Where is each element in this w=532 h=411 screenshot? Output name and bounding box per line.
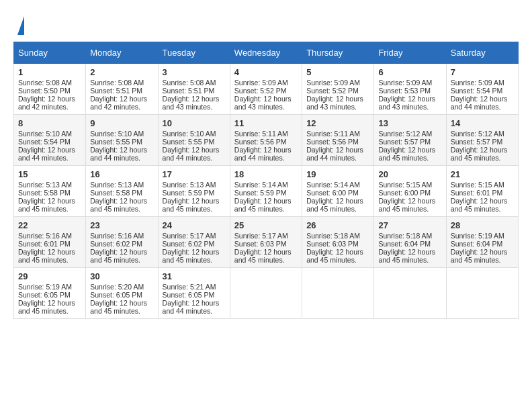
day-info: and 44 minutes. bbox=[234, 154, 298, 162]
day-info: Sunset: 6:05 PM bbox=[163, 291, 226, 299]
day-info: Daylight: 12 hours bbox=[163, 95, 226, 103]
calendar-cell: 31Sunrise: 5:21 AMSunset: 6:05 PMDayligh… bbox=[158, 268, 230, 319]
day-info: Sunrise: 5:12 AM bbox=[451, 130, 514, 138]
day-number: 18 bbox=[234, 169, 298, 179]
calendar-cell: 30Sunrise: 5:20 AMSunset: 6:05 PMDayligh… bbox=[86, 268, 158, 319]
day-info: Daylight: 12 hours bbox=[306, 197, 369, 205]
day-info: Sunset: 6:03 PM bbox=[306, 240, 369, 248]
day-info: Daylight: 12 hours bbox=[18, 248, 81, 256]
calendar-cell: 11Sunrise: 5:11 AMSunset: 5:56 PMDayligh… bbox=[230, 115, 302, 166]
day-info: and 45 minutes. bbox=[234, 205, 298, 213]
calendar-cell: 6Sunrise: 5:09 AMSunset: 5:53 PMDaylight… bbox=[374, 64, 446, 115]
day-number: 22 bbox=[18, 220, 81, 230]
day-number: 6 bbox=[378, 67, 441, 77]
day-info: Sunrise: 5:12 AM bbox=[378, 130, 441, 138]
day-info: and 44 minutes. bbox=[18, 154, 81, 162]
day-info: Daylight: 12 hours bbox=[18, 95, 81, 103]
day-number: 12 bbox=[306, 118, 369, 128]
day-info: and 44 minutes. bbox=[306, 154, 369, 162]
day-info: and 45 minutes. bbox=[18, 205, 81, 213]
day-info: Sunrise: 5:18 AM bbox=[378, 232, 441, 240]
day-info: and 45 minutes. bbox=[378, 205, 441, 213]
day-info: and 45 minutes. bbox=[18, 256, 81, 264]
day-info: Sunset: 5:58 PM bbox=[90, 189, 153, 197]
day-info: Sunrise: 5:09 AM bbox=[451, 79, 514, 87]
day-info: Daylight: 12 hours bbox=[18, 146, 81, 154]
day-info: Daylight: 12 hours bbox=[306, 146, 369, 154]
day-info: Daylight: 12 hours bbox=[306, 248, 369, 256]
calendar-cell bbox=[374, 268, 446, 319]
day-number: 19 bbox=[306, 169, 369, 179]
day-number: 24 bbox=[163, 220, 226, 230]
day-info: Sunset: 5:56 PM bbox=[306, 138, 369, 146]
logo-arrow-icon bbox=[17, 16, 24, 35]
day-info: Sunrise: 5:13 AM bbox=[90, 181, 153, 189]
day-number: 15 bbox=[18, 169, 81, 179]
day-info: Sunrise: 5:15 AM bbox=[378, 181, 441, 189]
day-info: and 45 minutes. bbox=[163, 256, 226, 264]
day-number: 16 bbox=[90, 169, 153, 179]
day-number: 7 bbox=[451, 67, 514, 77]
day-info: Sunset: 5:59 PM bbox=[163, 189, 226, 197]
day-info: Sunrise: 5:09 AM bbox=[234, 79, 298, 87]
day-info: Sunset: 5:54 PM bbox=[18, 138, 81, 146]
day-info: Sunrise: 5:10 AM bbox=[18, 130, 81, 138]
day-info: Sunset: 5:51 PM bbox=[90, 87, 153, 95]
calendar-cell: 24Sunrise: 5:17 AMSunset: 6:02 PMDayligh… bbox=[158, 217, 230, 268]
day-info: and 45 minutes. bbox=[90, 307, 153, 315]
day-number: 5 bbox=[306, 67, 369, 77]
day-info: Daylight: 12 hours bbox=[18, 299, 81, 307]
day-info: Sunrise: 5:18 AM bbox=[306, 232, 369, 240]
calendar-cell: 14Sunrise: 5:12 AMSunset: 5:57 PMDayligh… bbox=[446, 115, 518, 166]
day-header-saturday: Saturday bbox=[446, 42, 518, 64]
day-info: Daylight: 12 hours bbox=[306, 95, 369, 103]
day-info: Daylight: 12 hours bbox=[90, 146, 153, 154]
day-info: Sunrise: 5:16 AM bbox=[90, 232, 153, 240]
day-info: and 43 minutes. bbox=[234, 103, 298, 111]
calendar-cell bbox=[230, 268, 302, 319]
day-info: Daylight: 12 hours bbox=[451, 146, 514, 154]
day-info: Daylight: 12 hours bbox=[163, 299, 226, 307]
calendar-cell: 5Sunrise: 5:09 AMSunset: 5:52 PMDaylight… bbox=[302, 64, 374, 115]
day-info: and 44 minutes. bbox=[163, 307, 226, 315]
day-info: and 44 minutes. bbox=[451, 103, 514, 111]
day-number: 26 bbox=[306, 220, 369, 230]
calendar-cell: 28Sunrise: 5:19 AMSunset: 6:04 PMDayligh… bbox=[446, 217, 518, 268]
calendar-cell: 25Sunrise: 5:17 AMSunset: 6:03 PMDayligh… bbox=[230, 217, 302, 268]
day-info: Daylight: 12 hours bbox=[378, 146, 441, 154]
day-info: Sunrise: 5:08 AM bbox=[90, 79, 153, 87]
day-info: Sunrise: 5:11 AM bbox=[306, 130, 369, 138]
day-info: Daylight: 12 hours bbox=[90, 95, 153, 103]
day-info: Sunrise: 5:13 AM bbox=[18, 181, 81, 189]
day-number: 8 bbox=[18, 118, 81, 128]
day-info: Sunset: 6:04 PM bbox=[378, 240, 441, 248]
day-info: Sunrise: 5:10 AM bbox=[163, 130, 226, 138]
day-info: Sunrise: 5:20 AM bbox=[90, 283, 153, 291]
day-info: Daylight: 12 hours bbox=[451, 197, 514, 205]
day-info: Daylight: 12 hours bbox=[234, 146, 298, 154]
day-number: 21 bbox=[451, 169, 514, 179]
calendar-cell: 16Sunrise: 5:13 AMSunset: 5:58 PMDayligh… bbox=[86, 166, 158, 217]
day-info: Daylight: 12 hours bbox=[234, 197, 298, 205]
day-info: Sunset: 5:53 PM bbox=[378, 87, 441, 95]
day-info: and 45 minutes. bbox=[163, 205, 226, 213]
day-info: Sunset: 5:56 PM bbox=[234, 138, 298, 146]
day-info: Sunset: 5:52 PM bbox=[234, 87, 298, 95]
calendar-cell: 8Sunrise: 5:10 AMSunset: 5:54 PMDaylight… bbox=[14, 115, 86, 166]
day-info: Daylight: 12 hours bbox=[163, 197, 226, 205]
day-info: Sunrise: 5:19 AM bbox=[451, 232, 514, 240]
day-info: and 45 minutes. bbox=[451, 154, 514, 162]
day-info: Sunrise: 5:17 AM bbox=[234, 232, 298, 240]
day-info: Daylight: 12 hours bbox=[378, 248, 441, 256]
day-info: Daylight: 12 hours bbox=[378, 95, 441, 103]
calendar-cell: 20Sunrise: 5:15 AMSunset: 6:00 PMDayligh… bbox=[374, 166, 446, 217]
day-number: 17 bbox=[163, 169, 226, 179]
day-info: Sunrise: 5:19 AM bbox=[18, 283, 81, 291]
day-info: Sunset: 5:50 PM bbox=[18, 87, 81, 95]
day-info: Daylight: 12 hours bbox=[90, 248, 153, 256]
day-info: Sunrise: 5:10 AM bbox=[90, 130, 153, 138]
day-info: Sunset: 6:02 PM bbox=[163, 240, 226, 248]
day-header-thursday: Thursday bbox=[302, 42, 374, 64]
calendar-cell: 12Sunrise: 5:11 AMSunset: 5:56 PMDayligh… bbox=[302, 115, 374, 166]
day-info: and 44 minutes. bbox=[90, 154, 153, 162]
